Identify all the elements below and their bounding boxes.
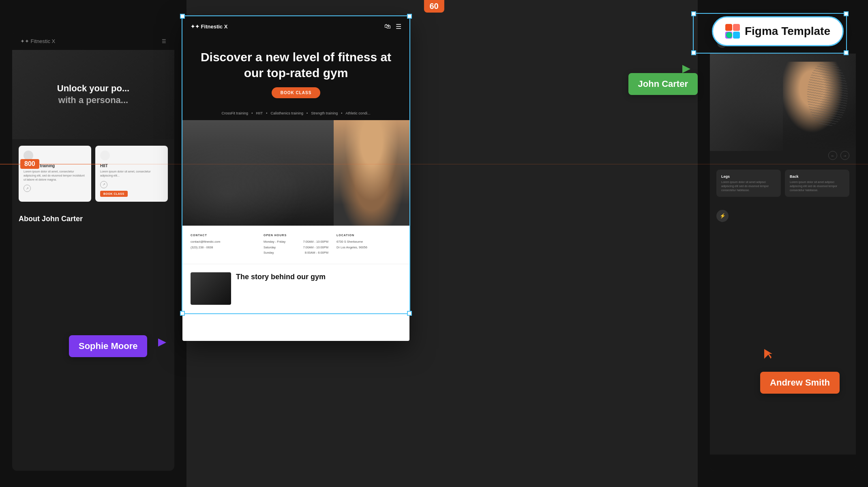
sophie-cursor-container (157, 338, 167, 349)
john-cursor-arrow (682, 64, 691, 74)
right-cards-section: Legs Lorem ipsum dolor sit amet adipisci… (710, 163, 856, 203)
contact-email: contact@fitnestic.com (191, 239, 255, 245)
john-carter-badge: John Carter (628, 73, 698, 95)
left-brand-logo: ✦✦ Fitnestic X (20, 38, 55, 44)
andrew-cursor-arrow (763, 348, 772, 360)
main-dark-section: ✦✦ Fitnestic X 🛍 ☰ Discover a new level … (182, 16, 409, 120)
right-card-back: Back Lorem ipsum dolor sit amet adipisci… (785, 170, 849, 197)
right-bottom-bar (710, 455, 856, 471)
hours-sun-label: Sunday (264, 250, 274, 256)
left-card-crossfit-arrow[interactable]: ↗ (24, 185, 31, 192)
left-card-hiit-text: Lorem ipsum dolor sit amet, consectetur … (100, 170, 163, 178)
svg-marker-7 (764, 349, 772, 359)
main-nav: ✦✦ Fitnestic X 🛍 ☰ (182, 16, 409, 37)
right-preview-inner: ☰ ← → Legs Lorem ipsum dolor sit amet ad… (710, 32, 856, 471)
category-hiit: HIIT (256, 111, 263, 115)
main-nav-icons: 🛍 ☰ (384, 23, 401, 30)
left-card-hiit-arrow[interactable]: ↗ (100, 181, 107, 188)
book-class-button[interactable]: BOOK CLASS (272, 87, 321, 98)
svg-marker-6 (682, 65, 690, 73)
story-image (191, 272, 231, 305)
contact-label: CONTACT (191, 234, 255, 237)
contact-info-section: CONTACT contact@fitnestic.com (323) 238 … (182, 226, 409, 264)
main-categories: CrossFit training • HIIT • Calisthenics … (182, 106, 409, 120)
width-indicator: 800 (0, 164, 101, 164)
left-card-hiit-icon (100, 151, 110, 160)
main-hero: Discover a new level of fitness at our t… (182, 37, 409, 106)
nav-arrows: ← → (710, 151, 856, 163)
svg-point-4 (726, 32, 732, 38)
story-images: The story behind our gym (191, 272, 401, 305)
body-icon: ⚡ (716, 210, 729, 222)
location-address2: Dr Los Angeles, 90056 (336, 245, 401, 250)
left-hero-text: Unlock your po...with a persona... (57, 83, 129, 106)
contact-col: CONTACT contact@fitnestic.com (323) 238 … (191, 234, 255, 256)
story-text: The story behind our gym (236, 272, 401, 282)
hours-mon-fri: 7:00AM - 10:00PM (303, 239, 328, 245)
right-bottom-section: ⚡ (710, 203, 856, 228)
left-cards-section: Crossfit training Lorem ipsum dolor sit … (12, 139, 174, 208)
figma-template-badge[interactable]: Figma Template (712, 16, 844, 46)
hours-sat-label: Saturday (264, 245, 276, 250)
hours-sun: 8:00AM - 6:00PM (305, 250, 328, 256)
category-strength: Strength training (311, 111, 338, 115)
right-card-legs-title: Legs (721, 175, 776, 179)
location-address1: 6730 S Sherbourne (336, 239, 401, 245)
contact-phone: (323) 238 - 0638 (191, 245, 255, 250)
right-hero (710, 54, 856, 151)
gym-image (182, 120, 334, 226)
right-card-legs: Legs Lorem ipsum dolor sit amet adipisci… (716, 170, 781, 197)
main-white-section: CONTACT contact@fitnestic.com (323) 238 … (182, 226, 409, 313)
hours-sat: 7:00AM - 10:00PM (303, 245, 328, 250)
andrew-smith-badge: Andrew Smith (760, 372, 840, 394)
category-calisthenics: Calisthenics training (270, 111, 303, 115)
category-crossfit: CrossFit training (222, 111, 249, 115)
hours-col: OPEN HOURS Monday - Friday 7:00AM - 10:0… (264, 234, 328, 256)
cart-icon[interactable]: 🛍 (384, 23, 391, 30)
left-about-section: About John Carter (12, 208, 174, 230)
main-hero-title: Discover a new level of fitness at our t… (199, 49, 393, 81)
svg-rect-0 (725, 24, 732, 31)
left-preview-panel: ✦✦ Fitnestic X ☰ Unlock your po...with a… (0, 0, 186, 487)
left-card-crossfit: Crossfit training Lorem ipsum dolor sit … (19, 146, 91, 202)
main-images-section (182, 120, 409, 226)
figma-icon (725, 24, 740, 39)
main-brand: ✦✦ Fitnestic X (191, 24, 227, 30)
john-cursor-container (682, 64, 691, 75)
person-image (334, 120, 409, 226)
right-preview-panel: ☰ ← → Legs Lorem ipsum dolor sit amet ad… (698, 0, 868, 487)
distance-badge-top: 60 (424, 0, 444, 13)
right-card-legs-text: Lorem ipsum dolor sit amet adipisci adip… (721, 180, 776, 192)
left-card-crossfit-text: Lorem ipsum dolor sit amet, consectetur … (24, 170, 86, 181)
story-title: The story behind our gym (236, 272, 401, 282)
left-card-hiit: HIIT Lorem ipsum dolor sit amet, consect… (95, 146, 168, 202)
main-preview-panel: ✦✦ Fitnestic X 🛍 ☰ Discover a new level … (182, 16, 409, 341)
andrew-cursor-container (763, 348, 772, 361)
width-value-badge: 800 (20, 159, 39, 169)
nav-arrow-right[interactable]: → (840, 151, 849, 160)
svg-rect-3 (733, 32, 740, 39)
hours-label: OPEN HOURS (264, 234, 328, 237)
left-book-btn[interactable]: BOOK CLASS (100, 191, 128, 197)
left-about-title: About John Carter (19, 215, 168, 223)
location-col: LOCATION 6730 S Sherbourne Dr Los Angele… (336, 234, 401, 256)
left-preview-inner: ✦✦ Fitnestic X ☰ Unlock your po...with a… (12, 32, 174, 471)
sophie-cursor-arrow (157, 338, 167, 347)
left-preview-header: ✦✦ Fitnestic X ☰ (12, 32, 174, 50)
measure-line-left (0, 164, 101, 164)
location-label: LOCATION (336, 234, 401, 237)
person-silhouette (334, 120, 409, 226)
left-hero-section: Unlock your po...with a persona... (12, 50, 174, 139)
category-athletic: Athletic condi... (345, 111, 370, 115)
story-section: The story behind our gym (182, 264, 409, 313)
gym-equipment-bg (182, 120, 334, 226)
svg-rect-1 (733, 24, 740, 31)
right-card-back-text: Lorem ipsum dolor sit amet adipisci adip… (790, 180, 844, 192)
hours-mon-fri-label: Monday - Friday (264, 239, 285, 245)
menu-icon[interactable]: ☰ (396, 23, 401, 30)
right-card-back-title: Back (790, 175, 844, 179)
measure-line-right (101, 164, 868, 164)
nav-arrow-left[interactable]: ← (828, 151, 837, 160)
sophie-moore-badge: Sophie Moore (69, 335, 147, 357)
svg-marker-5 (158, 338, 166, 347)
